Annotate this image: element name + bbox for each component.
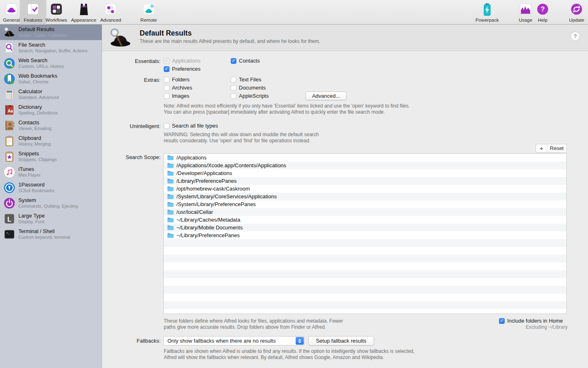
- scope-row[interactable]: /opt/homebrew-cask/Caskroom: [164, 185, 566, 193]
- toolbar-tab-powerpack[interactable]: Powerpack: [476, 0, 499, 25]
- sidebar-item-file-search[interactable]: File Search Search, Navigation, Buffer, …: [0, 40, 102, 56]
- search-scope-list[interactable]: /Applications /Applications/Xcode.app/Co…: [163, 153, 567, 314]
- alfred-hat-large-icon: [108, 28, 133, 50]
- checkbox-label: Contacts: [239, 58, 260, 64]
- globe-search-icon: [3, 57, 16, 70]
- question-circle-icon: ?: [536, 2, 550, 17]
- reset-button[interactable]: Reset: [547, 144, 567, 153]
- toolbar-tab-general[interactable]: General: [3, 0, 20, 25]
- sidebar-item-subtitle: Custom keyword, terminal: [18, 235, 70, 240]
- scope-row[interactable]: /System/Library/CoreServices/Application…: [164, 193, 566, 200]
- fallbacks-select[interactable]: Only show fallbacks when there are no re…: [163, 336, 305, 346]
- scope-row[interactable]: /System/Library/PreferencePanes: [164, 200, 566, 208]
- toolbar-tab-update[interactable]: Update: [569, 0, 584, 25]
- sidebar-item-web-search[interactable]: Web Search Custom, URLs, History: [0, 56, 102, 71]
- sidebar-item-1password[interactable]: 1Password 1Click Bookmarks: [0, 180, 102, 195]
- checkbox-box: [164, 85, 169, 91]
- sidebar-item-title: iTunes: [18, 166, 40, 173]
- scope-row[interactable]: ~/Library/Caches/Metadata: [164, 216, 566, 224]
- checkbox-images[interactable]: Images: [164, 93, 189, 99]
- checkbox-label: Text Files: [239, 76, 261, 83]
- sidebar-item-system[interactable]: System Commands, Quitting, Ejecting: [0, 195, 102, 211]
- checkbox-documents[interactable]: Documents: [231, 85, 266, 91]
- sidebar-item-web-bookmarks[interactable]: Web Bookmarks Safari, Chrome: [0, 71, 102, 87]
- checkbox-label: Archives: [172, 85, 192, 91]
- sidebar-item-title: Dictionary: [18, 104, 58, 110]
- scope-row[interactable]: ~/Library/PreferencePanes: [164, 231, 566, 239]
- sidebar-item-terminal-shell[interactable]: >_ Terminal / Shell Custom keyword, term…: [0, 227, 102, 242]
- sidebar-item-contacts[interactable]: Contacts Viewer, Emailing: [0, 118, 102, 133]
- scope-note-line2: paths give more accurate results. Drop f…: [164, 324, 326, 330]
- toolbar-tab-label: Usage: [519, 18, 532, 22]
- toolbar-tab-help[interactable]: ? Help: [536, 0, 550, 25]
- bowler-hat-icon: [4, 2, 18, 17]
- scope-row[interactable]: /Developer/Applications: [164, 169, 566, 177]
- toolbar-tab-label: Update: [569, 18, 584, 22]
- toolbar-tab-usage[interactable]: Usage: [519, 0, 533, 25]
- search-scope-label: Search Scope:: [102, 154, 160, 160]
- sidebar-item-title: Terminal / Shell: [18, 229, 70, 235]
- sidebar-item-title: File Search: [18, 42, 87, 48]
- sidebar-item-calculator[interactable]: Calculator Standard, Advanced: [0, 87, 102, 102]
- sidebar-item-itunes[interactable]: iTunes Mini Player: [0, 164, 102, 180]
- toolbar-tab-label: Advanced: [100, 18, 121, 22]
- checkbox-archives[interactable]: Archives: [164, 85, 192, 91]
- toolbar-tab-workflows[interactable]: Workflows: [46, 0, 67, 25]
- sidebar-item-large-type[interactable]: L Large Type Display, Font: [0, 211, 102, 227]
- scope-path: /System/Library/PreferencePanes: [176, 201, 256, 207]
- toolbar-tab-label: Powerpack: [476, 18, 499, 22]
- scope-row[interactable]: /Applications: [164, 154, 566, 162]
- checkbox-include-folders-in-home[interactable]: Include folders in Home: [499, 318, 563, 324]
- sidebar-item-title: 1Password: [18, 182, 54, 188]
- checkbox-label: Include folders in Home: [507, 318, 563, 324]
- sidebar-item-snippets[interactable]: Snippets Snippets, Clippings: [0, 149, 102, 164]
- toolbar-tab-features[interactable]: Features: [20, 0, 46, 25]
- sidebar-item-dictionary[interactable]: Aa Dictionary Spelling, Definitions: [0, 102, 102, 118]
- scope-row[interactable]: ~/Library/Mobile Documents: [164, 224, 566, 231]
- toolbar-tab-remote[interactable]: Remote: [140, 0, 157, 25]
- workflow-grid-icon: [49, 2, 63, 17]
- scope-row[interactable]: /Library/PreferencePanes: [164, 177, 566, 185]
- add-folder-button[interactable]: +: [536, 144, 547, 153]
- scope-list-controls: + Reset: [536, 144, 567, 153]
- sidebar-item-subtitle: Snippets, Clippings: [18, 157, 57, 162]
- toolbar-tab-advanced[interactable]: Advanced: [100, 0, 121, 25]
- sidebar-item-clipboard[interactable]: Clipboard History, Merging: [0, 133, 102, 149]
- svg-text:L: L: [7, 216, 11, 223]
- include-home-note: Excluding ~/Library: [526, 324, 568, 330]
- advanced-button[interactable]: Advanced...: [305, 92, 347, 100]
- sidebar-item-title: Calculator: [18, 89, 59, 95]
- checkbox-folders[interactable]: Folders: [164, 76, 189, 83]
- scope-path: ~/Library/Mobile Documents: [176, 224, 243, 231]
- scope-row[interactable]: /usr/local/Cellar: [164, 208, 566, 216]
- help-button[interactable]: ?: [570, 31, 580, 41]
- setup-fallback-results-button[interactable]: Setup fallback results: [308, 336, 374, 346]
- checkbox-contacts[interactable]: Contacts: [231, 58, 260, 64]
- checkbox-applications[interactable]: Applications: [164, 58, 200, 64]
- sidebar-item-default-results[interactable]: Default Results Scope, Types, Fallbacks: [0, 25, 102, 40]
- unintelligent-label: Unintelligent:: [102, 123, 160, 129]
- sidebar-item-subtitle: Search, Navigation, Buffer, Actions: [18, 48, 87, 54]
- tuxedo-icon: [77, 2, 91, 17]
- fallbacks-selected-value: Only show fallbacks when there are no re…: [167, 338, 276, 344]
- contacts-book-icon: [3, 119, 16, 132]
- sidebar-item-title: Large Type: [18, 213, 45, 219]
- checkbox-label: AppleScripts: [239, 93, 269, 99]
- globe-bookmark-icon: [3, 73, 16, 85]
- dictionary-book-icon: Aa: [3, 104, 16, 116]
- checkbox-search-all-file-types[interactable]: Search all file types: [164, 123, 218, 129]
- toolbar-tab-appearance[interactable]: Appearance: [71, 0, 96, 25]
- sidebar-item-title: Contacts: [18, 120, 51, 126]
- scope-row[interactable]: /Applications/Xcode.app/Contents/Applica…: [164, 162, 566, 169]
- checkbox-text-files[interactable]: Text Files: [231, 76, 261, 83]
- checkbox-preferences[interactable]: Preferences: [164, 66, 200, 72]
- folder-icon: [167, 217, 174, 222]
- sidebar-item-subtitle: 1Click Bookmarks: [18, 188, 54, 193]
- toolbar-tab-label: Features: [24, 18, 42, 22]
- checkbox-box: [164, 58, 169, 64]
- sidebar-item-subtitle: Commands, Quitting, Ejecting: [18, 204, 78, 209]
- checkbox-applescripts[interactable]: AppleScripts: [231, 93, 269, 99]
- pane-header: Default Results These are the main resul…: [102, 25, 588, 51]
- toolbar-tab-label: Help: [538, 18, 548, 22]
- page-title: Default Results: [140, 29, 192, 38]
